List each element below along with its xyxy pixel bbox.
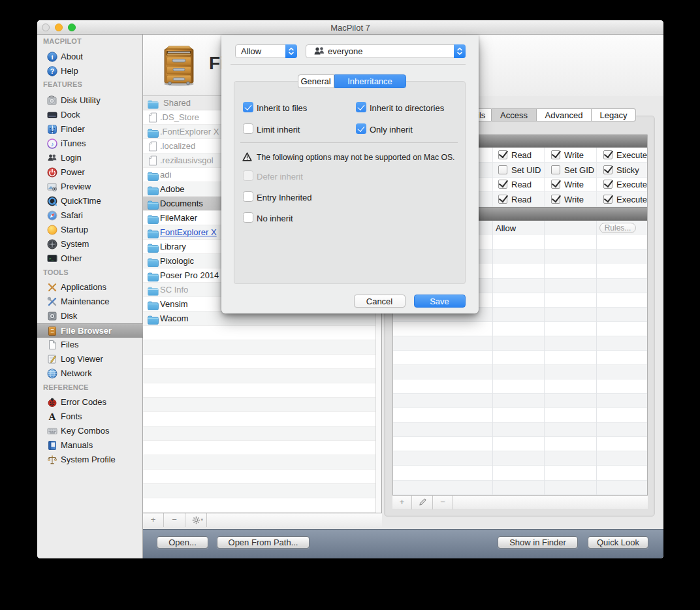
svg-text:?: ? (50, 67, 54, 75)
svg-text:♪: ♪ (51, 140, 54, 147)
svg-text:>_: >_ (49, 256, 54, 261)
svg-text:A: A (49, 411, 56, 422)
svg-text:i: i (51, 53, 53, 61)
